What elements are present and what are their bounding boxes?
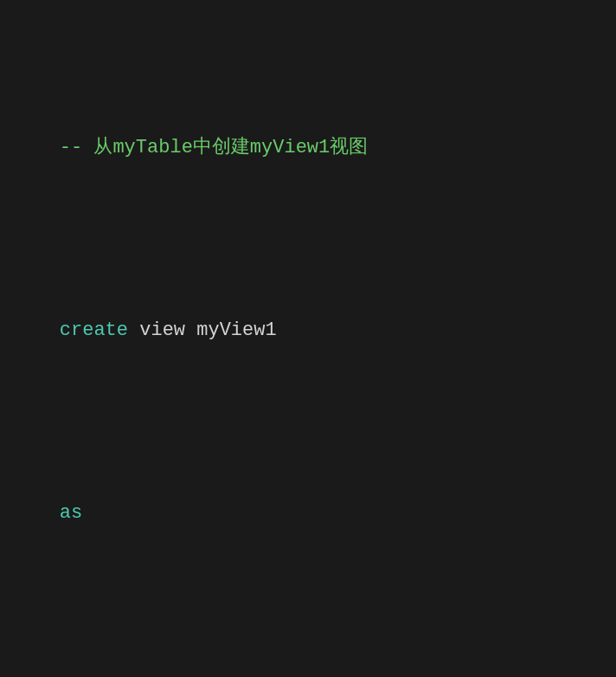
- create-line-1: create view myView1: [14, 285, 602, 377]
- comment-text-1: -- 从myTable中创建myView1视图: [60, 137, 368, 158]
- code-editor: -- 从myTable中创建myView1视图 create view myVi…: [0, 7, 616, 677]
- as-keyword-1: as: [60, 502, 82, 524]
- comment-line-1: -- 从myTable中创建myView1视图: [14, 102, 602, 194]
- as-line-1: as: [14, 467, 602, 559]
- select-line-1: select: [14, 650, 602, 677]
- create-plain-1: view myView1: [128, 319, 277, 341]
- create-keyword-1: create: [60, 319, 128, 341]
